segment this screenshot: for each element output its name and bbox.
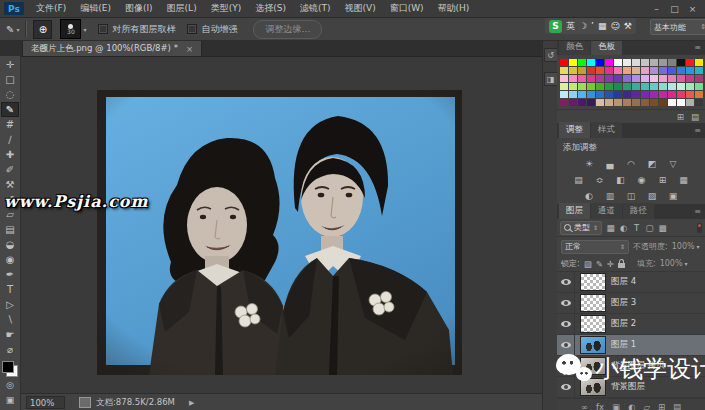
lasso-tool[interactable]: ◌ [1, 87, 19, 102]
color-swatch-1-13[interactable] [677, 67, 685, 74]
fill-field[interactable]: 100% ▾ [660, 259, 688, 268]
color-swatch-4-10[interactable] [650, 91, 658, 98]
workspace-switcher[interactable]: 基本功能 ⇕ [650, 19, 705, 35]
swatches-tab-swatches[interactable]: 色板 [591, 39, 622, 55]
layer-thumbnail[interactable] [580, 273, 606, 291]
marquee-tool[interactable]: □ [1, 72, 19, 87]
color-swatch-1-8[interactable] [632, 67, 640, 74]
color-swatch-3-4[interactable] [596, 83, 604, 90]
color-swatch-4-8[interactable] [632, 91, 640, 98]
gradient-map-icon[interactable]: ▨ [645, 190, 660, 202]
color-swatch-2-1[interactable] [569, 75, 577, 82]
color-swatch-2-3[interactable] [587, 75, 595, 82]
color-swatch-2-0[interactable] [560, 75, 568, 82]
color-swatch-2-4[interactable] [596, 75, 604, 82]
close-icon[interactable]: × [186, 44, 193, 54]
color-swatch-0-14[interactable] [686, 59, 694, 66]
layer-row[interactable]: 图层 4 [557, 272, 705, 293]
color-swatch-3-7[interactable] [623, 83, 631, 90]
lock-all-icon[interactable] [618, 263, 625, 268]
tool-preset-picker[interactable]: ✎ ▾ [6, 24, 19, 35]
color-swatch-4-4[interactable] [596, 91, 604, 98]
color-swatch-4-1[interactable] [569, 91, 577, 98]
menu-item-type[interactable]: 类型(Y) [204, 3, 249, 13]
vibrance-icon[interactable]: ▽ [666, 158, 681, 170]
color-swatch-5-0[interactable] [560, 99, 568, 106]
new-adjustment-layer-icon[interactable]: ◐ [628, 402, 635, 410]
color-swatch-4-3[interactable] [587, 91, 595, 98]
color-swatch-1-12[interactable] [668, 67, 676, 74]
color-swatch-1-2[interactable] [578, 67, 586, 74]
color-swatch-0-6[interactable] [614, 59, 622, 66]
color-swatch-1-15[interactable] [695, 67, 703, 74]
filter-shape-layers-icon[interactable]: ▢ [644, 223, 655, 233]
threshold-icon[interactable]: ◫ [624, 190, 639, 202]
lock-image-icon[interactable]: ✎ [596, 259, 603, 269]
color-swatch-4-9[interactable] [641, 91, 649, 98]
color-swatch-0-3[interactable] [587, 59, 595, 66]
color-swatch-2-2[interactable] [578, 75, 586, 82]
color-swatch-2-11[interactable] [659, 75, 667, 82]
color-swatch-2-6[interactable] [614, 75, 622, 82]
opacity-field[interactable]: 100% ▾ [672, 242, 700, 251]
layers-tab-channels[interactable]: 通道 [591, 203, 622, 219]
foreground-color-swatch[interactable] [2, 361, 14, 373]
color-swatch-3-3[interactable] [587, 83, 595, 90]
path-selection-tool[interactable]: ▷ [1, 297, 19, 312]
color-swatch-0-12[interactable] [668, 59, 676, 66]
layer-row[interactable]: 图层 3 [557, 293, 705, 314]
history-panel-icon[interactable]: ↺ [544, 48, 558, 62]
color-swatch-5-3[interactable] [587, 99, 595, 106]
move-tool[interactable]: ✛ [1, 57, 19, 72]
new-swatch-icon[interactable]: ⊞ [677, 112, 684, 122]
pen-tool[interactable]: ✒ [1, 267, 19, 282]
delete-layer-icon[interactable]: ▤ [673, 402, 681, 410]
color-lookup-icon[interactable]: ▦ [676, 174, 691, 186]
filter-pixel-layers-icon[interactable]: ▦ [605, 223, 616, 233]
color-swatch-5-1[interactable] [569, 99, 577, 106]
color-swatch-1-10[interactable] [650, 67, 658, 74]
color-swatch-5-12[interactable] [668, 99, 676, 106]
adjustments-tab-adjustments[interactable]: 调整 [559, 122, 590, 138]
blur-tool[interactable]: ◒ [1, 237, 19, 252]
menu-item-edit[interactable]: 编辑(E) [73, 3, 118, 13]
invert-icon[interactable]: ◐ [582, 190, 597, 202]
color-swatch-3-12[interactable] [668, 83, 676, 90]
hand-tool[interactable]: ☛ [1, 327, 19, 342]
color-swatch-2-13[interactable] [677, 75, 685, 82]
menu-item-view[interactable]: 视图(V) [337, 3, 382, 13]
color-swatch-4-2[interactable] [578, 91, 586, 98]
hue-saturation-icon[interactable]: ▤ [571, 174, 586, 186]
new-layer-icon[interactable]: ⊞ [658, 402, 665, 410]
color-swatch-4-15[interactable] [695, 91, 703, 98]
color-swatch-0-2[interactable] [578, 59, 586, 66]
color-balance-icon[interactable]: ≎ [592, 174, 607, 186]
color-swatch-0-7[interactable] [623, 59, 631, 66]
layer-visibility-toggle[interactable] [557, 293, 575, 313]
clone-stamp-tool[interactable]: ⚒ [1, 177, 19, 192]
ime-wrench-icon[interactable]: ⚒ [624, 21, 632, 31]
color-swatch-3-0[interactable] [560, 83, 568, 90]
filter-toggle-switch[interactable] [697, 223, 702, 233]
color-swatch-5-10[interactable] [650, 99, 658, 106]
adjustments-tab-styles[interactable]: 样式 [591, 122, 622, 138]
color-swatch-1-6[interactable] [614, 67, 622, 74]
ime-punct-icon[interactable]: ’ [591, 21, 594, 31]
curves-icon[interactable]: ◠ [624, 158, 639, 170]
subtract-from-selection[interactable]: ⊖ [33, 39, 52, 58]
filter-adjustment-layers-icon[interactable]: ◐ [618, 223, 629, 233]
link-layers-icon[interactable]: ∞ [581, 402, 588, 410]
exposure-icon[interactable]: ◩ [645, 158, 660, 170]
blend-mode-select[interactable]: 正常 ⇕ [561, 240, 629, 254]
color-swatch-3-8[interactable] [632, 83, 640, 90]
ime-logo-icon[interactable]: S [549, 20, 562, 33]
add-to-selection[interactable]: ⊕ [33, 20, 52, 39]
color-swatch-2-12[interactable] [668, 75, 676, 82]
color-swatch-0-10[interactable] [650, 59, 658, 66]
color-swatch-1-1[interactable] [569, 67, 577, 74]
close-button[interactable]: × [685, 3, 700, 15]
zoom-tool[interactable]: ⌀ [1, 342, 19, 357]
quick-mask-icon[interactable]: ◎ [1, 379, 19, 392]
color-swatch-3-5[interactable] [605, 83, 613, 90]
menu-item-window[interactable]: 窗口(W) [383, 3, 431, 13]
